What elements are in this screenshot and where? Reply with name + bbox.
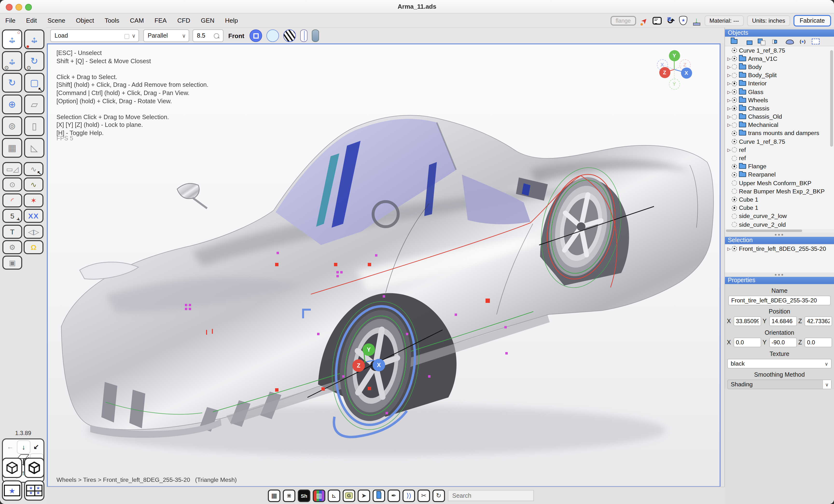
cylinder-primitive-tool[interactable]: ▯ [24,116,44,136]
axis-z[interactable]: Z [659,67,670,78]
shaded-view-button[interactable] [249,29,262,42]
clamp-tool[interactable]: XX [24,209,43,223]
objects-tree-item[interactable]: side_curve_2_low [725,212,834,221]
wireframe-view-button[interactable] [266,29,279,42]
menu-cam[interactable]: CAM [125,14,149,27]
objects-tree-item[interactable]: Curve 1_ref_8.75 [725,46,834,54]
axis-x[interactable]: X [681,67,692,78]
visibility-toggle-icon[interactable] [732,122,737,128]
position-x-field[interactable] [733,316,761,326]
disclosure-triangle-icon[interactable]: ▷ [726,114,732,119]
zoom-field[interactable]: 8.5 [193,29,223,42]
objects-tree-item[interactable]: ▷ref [725,146,834,154]
stamp-tool[interactable]: 5➤ [2,209,22,223]
disclosure-triangle-icon[interactable]: ▷ [726,98,732,102]
isometric-view-button[interactable] [2,458,22,478]
visibility-toggle-icon[interactable] [732,164,737,169]
circle-tool[interactable]: ⊙ [2,178,22,192]
visibility-toggle-icon[interactable] [732,180,737,186]
texture-dropdown[interactable]: black ∨ [727,359,832,368]
select-move-tool[interactable]: ↔↕○ [2,29,22,49]
menu-gen[interactable]: GEN [196,14,220,27]
projection-dropdown[interactable]: Parallel ∨ [143,29,189,42]
rocket-icon[interactable]: ➤ [639,16,649,25]
marquee-select-tool[interactable]: ▢↖ [24,73,44,93]
visibility-toggle-icon[interactable] [732,48,737,53]
objects-tree-item[interactable]: side_curve_2_old [725,221,834,229]
objects-tree-item[interactable]: trans mounts and dampers [725,129,834,137]
objects-tree-item[interactable]: ref [725,154,834,162]
isometric-view-alt-button[interactable] [24,458,44,478]
snap-angle-icon[interactable]: ⊾ [328,489,340,502]
objects-tree-item[interactable]: ▷Mechanical [725,121,834,129]
orientation-x-field[interactable] [733,338,761,347]
disclosure-triangle-icon[interactable]: ▷ [726,65,732,69]
orbit-icon[interactable]: (●) [800,38,806,44]
light-bulb-tool[interactable]: Ω [24,240,43,254]
visibility-toggle-icon[interactable] [732,106,737,111]
instance-icon[interactable] [772,38,780,44]
lod-icon[interactable]: ▦ [268,489,280,502]
objects-tree-item[interactable]: ▷Glass [725,88,834,96]
bolt-tool[interactable]: ⚙ [2,240,22,254]
fabricate-button[interactable]: Fabricate [793,15,831,26]
new-folder-icon[interactable] [731,39,738,44]
disclosure-triangle-icon[interactable]: ▷ [726,147,732,153]
cube-primitive-tool[interactable]: ▱ [24,94,44,114]
objects-tree-item[interactable]: Curve 1_ref_8.75 [725,137,834,146]
objects-tree-item[interactable]: ▷Chassis [725,105,834,113]
disclosure-triangle-icon[interactable]: ▷ [726,246,732,251]
menu-object[interactable]: Object [70,14,99,27]
tangent-pin-tool[interactable]: T [2,225,22,238]
objects-tree-item[interactable]: Cube 1 [725,204,834,212]
mirror-tool[interactable]: ◁▷ [24,225,43,238]
visibility-toggle-icon[interactable] [732,73,737,78]
spray-select-icon[interactable]: ➤ [358,489,370,502]
objects-tree-item[interactable]: ▷Arma_V1C [725,54,834,63]
nav-arrow-2190[interactable]: ← [4,440,16,453]
visibility-toggle-icon[interactable] [732,114,737,119]
grid-plane-tool[interactable]: ▦ [2,138,22,158]
shader-badge[interactable]: Sh [298,489,310,502]
axis-orientation-gizmo[interactable]: YXZZXY [645,45,703,98]
environment-view-button[interactable] [283,29,296,42]
download-icon[interactable]: ↓ [692,16,701,25]
cylinder-solid-button[interactable] [312,29,319,42]
disclosure-triangle-icon[interactable]: ▷ [726,81,732,86]
group-folder-icon[interactable] [744,38,751,44]
panel-splitter[interactable]: ●●● [725,273,834,277]
translate-handle-x[interactable]: X [373,359,385,371]
objects-tree-item[interactable]: Rear Bumper Mesh Exp_2_BKP [725,187,834,195]
visibility-toggle-icon[interactable] [732,189,737,194]
visibility-toggle-icon[interactable] [732,222,737,227]
sync-icon[interactable]: ↻≣ [665,16,675,25]
camera-tool[interactable]: ▣ [2,256,22,270]
rotate-view-tool[interactable]: ↻⊙ [24,51,44,71]
duplicate-icon[interactable] [758,38,766,44]
visibility-toggle-icon[interactable] [732,205,737,210]
load-dropdown[interactable]: Load ▢ ∨ [50,29,139,42]
menu-cfd[interactable]: CFD [172,14,196,27]
visibility-toggle-icon[interactable] [732,197,737,202]
orientation-z-field[interactable] [805,338,832,347]
single-view-layout-button[interactable]: ★ [2,480,22,501]
name-field[interactable] [728,296,831,305]
objects-tree-item[interactable]: Upper Mesh Conform_BKP [725,179,834,187]
position-z-field[interactable] [805,316,832,326]
surface-icon[interactable] [786,38,793,44]
objects-tree-item[interactable]: ▷Interior [725,79,834,88]
spline-tool[interactable]: ∿↖ [24,162,43,176]
disclosure-triangle-icon[interactable]: ▷ [726,123,732,128]
comment-icon[interactable] [653,16,662,25]
objects-tree-item[interactable]: ▷Wheels [725,96,834,104]
nib-pair-icon[interactable]: ✒ [388,489,400,502]
disclosure-triangle-icon[interactable]: ▷ [726,73,732,78]
visibility-toggle-icon[interactable] [732,89,737,94]
arc-tool[interactable]: ◜ [2,193,22,207]
visibility-toggle-icon[interactable] [732,246,737,251]
quad-view-layout-button[interactable]: ★★★★ [24,480,44,501]
visibility-toggle-icon[interactable] [732,147,737,153]
pan-view-tool[interactable]: ↔↕⊙ [2,51,22,71]
collapse-icon[interactable]: ⋇ [283,489,295,502]
point-light-tool[interactable]: ✶ [24,193,43,207]
